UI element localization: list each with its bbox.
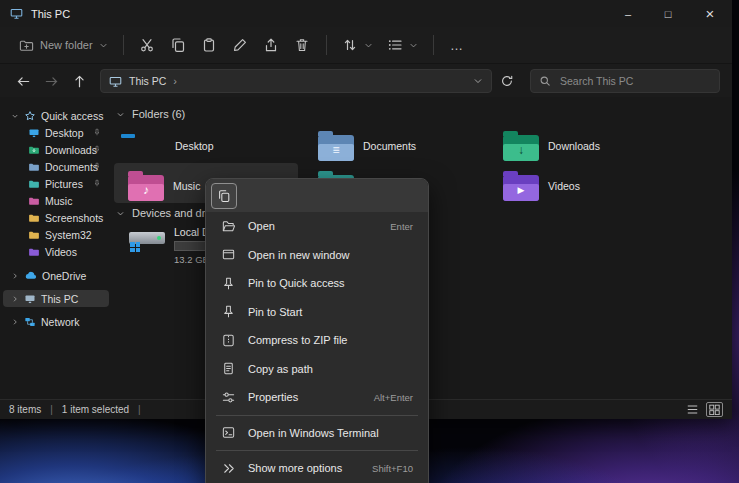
breadcrumb-separator: › — [173, 75, 177, 87]
folder-item-desktop[interactable]: Desktop — [128, 127, 308, 165]
folder-label: Desktop — [175, 140, 214, 152]
menu-item-open-in-windows-terminal[interactable]: Open in Windows Terminal — [210, 419, 424, 448]
sidebar-item-label: Pictures — [45, 178, 83, 190]
menu-item-compress-to-zip[interactable]: Compress to ZIP file — [210, 326, 424, 355]
menu-item-label: Copy as path — [248, 363, 313, 375]
sort-button[interactable] — [335, 32, 380, 58]
menu-item-label: Open — [248, 220, 275, 232]
menu-item-pin-to-start[interactable]: Pin to Start — [210, 298, 424, 327]
chevron-down-icon[interactable] — [10, 112, 19, 120]
paste-button[interactable] — [194, 31, 225, 59]
toolbar-separator — [123, 35, 124, 55]
sidebar-item-videos[interactable]: Videos — [3, 243, 109, 260]
up-button[interactable] — [66, 68, 92, 94]
windows-logo-icon — [130, 242, 140, 252]
new-window-icon — [221, 247, 236, 262]
forward-button[interactable] — [38, 68, 64, 94]
music-folder-icon: ♪ — [128, 175, 164, 201]
menu-item-copy-as-path[interactable]: Copy as path — [210, 355, 424, 384]
music-icon — [28, 195, 40, 207]
sidebar-item-music[interactable]: Music — [3, 192, 109, 209]
details-view-toggle[interactable] — [685, 403, 700, 416]
refresh-button[interactable] — [494, 68, 520, 94]
search-input[interactable] — [558, 74, 711, 88]
folder-label: Downloads — [548, 140, 600, 152]
menu-item-show-more-options[interactable]: Show more options Shift+F10 — [210, 454, 424, 483]
close-button[interactable]: × — [688, 0, 732, 27]
folder-item-videos[interactable]: ▶ Videos — [503, 167, 683, 205]
rename-button[interactable] — [225, 31, 256, 59]
desktop-folder-icon — [128, 132, 166, 160]
sidebar-item-downloads[interactable]: Downloads — [3, 141, 109, 158]
menu-item-shortcut: Enter — [390, 221, 413, 232]
breadcrumb-this-pc[interactable]: This PC — [129, 75, 166, 87]
window-title: This PC — [31, 8, 70, 20]
see-more-button[interactable]: … — [442, 31, 473, 59]
folder-icon — [28, 229, 40, 241]
delete-button[interactable] — [287, 31, 318, 59]
address-dropdown-icon[interactable] — [473, 76, 483, 86]
status-separator: | — [138, 404, 141, 415]
quick-access-icon — [24, 110, 36, 122]
copy-button[interactable] — [211, 183, 237, 209]
chevron-right-icon[interactable] — [10, 272, 19, 280]
sidebar-item-onedrive[interactable]: OneDrive — [3, 267, 109, 284]
copy-button[interactable] — [163, 31, 194, 59]
terminal-icon — [221, 425, 236, 440]
sidebar-item-this-pc[interactable]: This PC — [3, 290, 109, 307]
menu-item-open[interactable]: Open Enter — [210, 212, 424, 241]
cut-button[interactable] — [132, 31, 163, 59]
selected-count: 1 item selected — [62, 404, 129, 415]
sidebar-item-label: Screenshots — [45, 212, 103, 224]
menu-item-properties[interactable]: Properties Alt+Enter — [210, 383, 424, 412]
window-controls: – □ × — [608, 0, 732, 27]
sidebar-item-label: Documents — [45, 161, 98, 173]
sidebar-item-pictures[interactable]: Pictures — [3, 175, 109, 192]
context-menu-quick-actions — [206, 179, 428, 212]
chevron-down-icon — [99, 41, 108, 50]
chevron-right-icon[interactable] — [10, 295, 19, 303]
view-button[interactable] — [380, 32, 425, 58]
sidebar-item-label: Desktop — [45, 127, 84, 139]
search-box — [530, 69, 720, 93]
minimize-button[interactable]: – — [608, 0, 648, 27]
sidebar-item-documents[interactable]: Documents — [3, 158, 109, 175]
sidebar-item-network[interactable]: Network — [3, 313, 109, 330]
chevron-down-icon — [116, 110, 125, 119]
hard-drive-icon — [128, 225, 166, 253]
menu-separator — [216, 450, 418, 451]
chevron-right-icon[interactable] — [10, 318, 19, 326]
zip-icon — [221, 333, 236, 348]
new-folder-button[interactable]: New folder — [12, 33, 115, 58]
pictures-icon — [28, 178, 40, 190]
folder-icon — [28, 212, 40, 224]
sidebar-item-label: OneDrive — [42, 270, 86, 282]
this-pc-icon — [109, 75, 122, 88]
status-separator: | — [50, 404, 53, 415]
menu-item-open-in-new-window[interactable]: Open in new window — [210, 241, 424, 270]
downloads-icon — [28, 144, 40, 156]
sidebar-item-label: Network — [41, 316, 80, 328]
documents-folder-icon: ≡ — [318, 135, 354, 161]
folder-item-downloads[interactable]: ↓ Downloads — [503, 127, 683, 165]
sidebar-item-desktop[interactable]: Desktop — [3, 124, 109, 141]
sidebar-item-screenshots[interactable]: Screenshots — [3, 209, 109, 226]
address-bar[interactable]: This PC › — [100, 69, 492, 93]
folders-section-header[interactable]: Folders (6) — [116, 108, 185, 120]
sidebar-item-system32[interactable]: System32 — [3, 226, 109, 243]
command-bar: New folder — [0, 27, 732, 64]
chevron-down-icon — [116, 209, 125, 218]
folder-item-documents[interactable]: ≡ Documents — [318, 127, 498, 165]
maximize-button[interactable]: □ — [648, 0, 688, 27]
titlebar[interactable]: This PC – □ × — [0, 0, 732, 27]
large-icons-view-toggle[interactable] — [706, 402, 723, 417]
menu-item-pin-to-quick-access[interactable]: Pin to Quick access — [210, 269, 424, 298]
network-icon — [24, 316, 36, 328]
back-button[interactable] — [10, 68, 36, 94]
menu-item-label: Properties — [248, 391, 298, 403]
sidebar-item-label: Videos — [45, 246, 77, 258]
share-button[interactable] — [256, 31, 287, 59]
sidebar-item-quick-access[interactable]: Quick access — [3, 107, 109, 124]
videos-folder-icon: ▶ — [503, 175, 539, 201]
sidebar-item-label: System32 — [45, 229, 92, 241]
